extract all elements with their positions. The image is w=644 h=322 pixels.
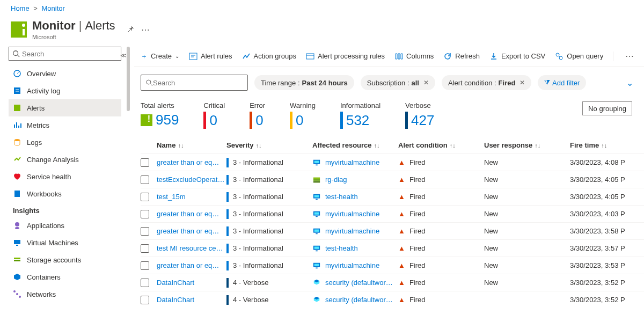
table-row[interactable]: greater than or eq…3 - Informationalmyvi…	[141, 222, 644, 239]
action-groups-button[interactable]: Action groups	[242, 52, 297, 61]
alert-name-link[interactable]: greater than or eq…	[157, 210, 226, 218]
alert-name-link[interactable]: greater than or eq…	[157, 158, 226, 166]
sidebar-item-logs[interactable]: Logs	[9, 134, 121, 151]
table-row[interactable]: DataInChart4 - Verbosesecurity (defaultw…	[141, 274, 644, 291]
filter-subscription[interactable]: Subscription :all✕	[361, 75, 435, 90]
sidebar-item-workbooks[interactable]: Workbooks	[9, 185, 121, 202]
resource-link[interactable]: myvirtualmachine	[312, 158, 398, 166]
main-content: ＋Create⌄ Alert rules Action groups Alert…	[126, 47, 644, 322]
filter-condition[interactable]: Alert condition :Fired✕	[442, 75, 531, 90]
refresh-button[interactable]: Refresh	[443, 52, 480, 61]
alert-name-link[interactable]: greater than or eq…	[157, 227, 226, 235]
count-error[interactable]: Error0	[250, 101, 265, 129]
alert-rules-button[interactable]: Alert rules	[189, 52, 232, 61]
resource-link[interactable]: test-health	[312, 193, 398, 201]
table-row[interactable]: testEcxcludeOperat…3 - Informationalrg-d…	[141, 171, 644, 188]
grouping-select[interactable]: No grouping	[582, 101, 632, 115]
open-query-button[interactable]: Open query	[555, 52, 603, 61]
svg-point-15	[19, 296, 21, 298]
col-severity[interactable]: Severity↑↓	[226, 141, 312, 149]
sidebar-item-change-analysis[interactable]: Change Analysis	[9, 151, 121, 168]
close-icon[interactable]: ✕	[423, 79, 429, 86]
resource-link[interactable]: myvirtualmachine	[312, 210, 398, 218]
table-row[interactable]: greater than or eq…3 - Informationalmyvi…	[141, 257, 644, 274]
resource-link[interactable]: test-health	[312, 244, 398, 252]
processing-icon	[306, 52, 314, 61]
create-button[interactable]: ＋Create⌄	[141, 52, 179, 61]
row-checkbox[interactable]	[141, 296, 149, 304]
col-resource[interactable]: Affected resource↑↓	[312, 141, 398, 149]
col-condition[interactable]: Alert condition↑↓	[398, 141, 484, 149]
sidebar-item-storage-accounts[interactable]: Storage accounts	[9, 251, 121, 268]
sidebar-item-alerts[interactable]: Alerts	[9, 99, 121, 116]
col-response[interactable]: User response↑↓	[484, 141, 570, 149]
response-cell: New	[484, 193, 570, 201]
alert-name-link[interactable]: DataInChart	[157, 279, 226, 287]
resource-link[interactable]: security (defaultwor…	[312, 296, 398, 304]
sidebar-item-virtual-machines[interactable]: Virtual Machines	[9, 234, 121, 251]
breadcrumb-home[interactable]: Home	[11, 4, 30, 12]
sidebar-search[interactable]	[9, 47, 121, 61]
row-checkbox[interactable]	[141, 261, 149, 270]
row-checkbox[interactable]	[141, 158, 149, 167]
resource-link[interactable]: security (defaultwor…	[312, 279, 398, 287]
count-critical[interactable]: Critical0	[203, 101, 225, 129]
severity-bar-icon	[226, 209, 229, 219]
table-row[interactable]: greater than or eq…3 - Informationalmyvi…	[141, 205, 644, 222]
table-row[interactable]: test_15m3 - Informationaltest-health▲Fir…	[141, 188, 644, 205]
add-filter-button[interactable]: ⧩︎ Add filter	[538, 75, 586, 90]
sidebar-item-activity-log[interactable]: Activity log	[9, 82, 121, 99]
alerts-search[interactable]	[141, 75, 248, 91]
alert-name-link[interactable]: DataInChart	[157, 296, 226, 304]
scrollbar[interactable]	[127, 47, 130, 111]
row-checkbox[interactable]	[141, 279, 149, 287]
more-icon[interactable]: ⋯	[141, 25, 150, 35]
firetime-cell: 3/30/2023, 4:08 P	[570, 158, 644, 166]
sidebar-item-containers[interactable]: Containers	[9, 268, 121, 286]
row-checkbox[interactable]	[141, 193, 149, 201]
svg-rect-25	[313, 177, 320, 179]
alert-name-link[interactable]: greater than or eq…	[157, 261, 226, 269]
breadcrumb-monitor[interactable]: Monitor	[42, 4, 65, 12]
resource-link[interactable]: myvirtualmachine	[312, 261, 398, 269]
row-checkbox[interactable]	[141, 210, 149, 218]
count-warning[interactable]: Warning0	[290, 101, 316, 129]
sidebar-item-overview[interactable]: Overview	[9, 65, 121, 82]
table-row[interactable]: DataInChart4 - Verbosesecurity (defaultw…	[141, 291, 644, 308]
alert-name-link[interactable]: test MI resource ce…	[157, 244, 226, 252]
warning-icon: ▲	[398, 193, 405, 201]
row-checkbox[interactable]	[141, 227, 149, 236]
sidebar-item-service-health[interactable]: Service health	[9, 168, 121, 185]
alert-name-link[interactable]: testEcxcludeOperat…	[157, 175, 226, 184]
resource-link[interactable]: rg-diag	[312, 175, 398, 184]
alert-name-link[interactable]: test_15m	[157, 193, 226, 201]
expand-filters-icon[interactable]: ⌄	[626, 78, 633, 88]
table-row[interactable]: greater than or eq…3 - Informationalmyvi…	[141, 153, 644, 171]
table-row[interactable]: test MI resource ce…3 - Informationaltes…	[141, 239, 644, 257]
toolbar-more-icon[interactable]: ⋯	[623, 51, 636, 61]
row-checkbox[interactable]	[141, 175, 149, 184]
row-checkbox[interactable]	[141, 244, 149, 253]
count-total[interactable]: Total alerts 959	[141, 101, 179, 128]
sidebar-item-applications[interactable]: Applications	[9, 217, 121, 234]
sidebar-item-networks[interactable]: Networks	[9, 286, 121, 303]
severity-bar-icon	[226, 226, 229, 236]
toolbar: ＋Create⌄ Alert rules Action groups Alert…	[134, 47, 644, 67]
alerts-search-input[interactable]	[153, 79, 243, 87]
svg-rect-33	[316, 216, 318, 217]
filter-time[interactable]: Time range :Past 24 hours	[254, 75, 354, 90]
sidebar-item-metrics[interactable]: Metrics	[9, 116, 121, 134]
export-button[interactable]: Export to CSV	[489, 52, 545, 61]
count-info[interactable]: Informational532	[340, 101, 380, 129]
sidebar-search-input[interactable]	[22, 50, 118, 58]
processing-rules-button[interactable]: Alert processing rules	[306, 52, 385, 61]
close-icon[interactable]: ✕	[519, 79, 525, 86]
columns-button[interactable]: Columns	[394, 52, 434, 61]
col-firetime[interactable]: Fire time↑↓	[570, 141, 644, 149]
col-name[interactable]: Name↑↓	[157, 141, 226, 149]
sidebar-item-label: Alerts	[27, 104, 45, 112]
pin-icon[interactable]: 📌︎	[126, 25, 135, 35]
severity-cell: 3 - Informational	[226, 209, 312, 219]
resource-link[interactable]: myvirtualmachine	[312, 227, 398, 235]
count-verbose[interactable]: Verbose427	[405, 101, 434, 129]
